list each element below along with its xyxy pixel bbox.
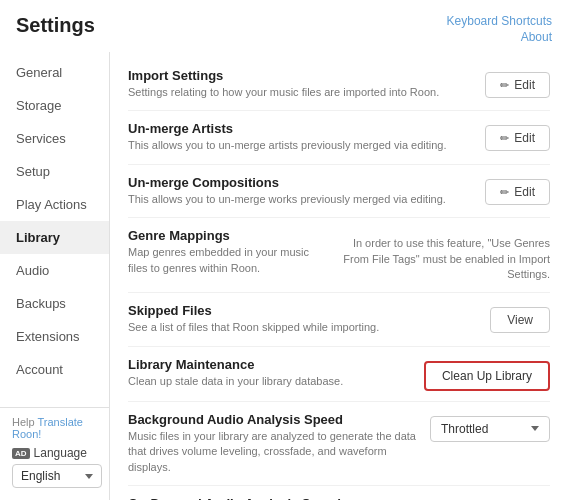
settings-title-unmerge-artists: Un-merge Artists xyxy=(128,121,450,136)
sidebar-item-storage[interactable]: Storage xyxy=(0,89,109,122)
help-text: Help xyxy=(12,416,35,428)
help-translate-row: Help Translate Roon! xyxy=(12,416,97,440)
pencil-icon xyxy=(500,131,509,145)
edit-button-unmerge-artists[interactable]: Edit xyxy=(485,125,550,151)
dropdown-value-background-audio-analysis: Throttled xyxy=(441,422,488,436)
settings-desc-import-settings: Settings relating to how your music file… xyxy=(128,85,450,100)
sidebar-item-backups[interactable]: Backups xyxy=(0,287,109,320)
language-value: English xyxy=(21,469,60,483)
settings-text-unmerge-artists: Un-merge ArtistsThis allows you to un-me… xyxy=(128,121,450,153)
pencil-icon xyxy=(500,185,509,199)
view-button-skipped-files[interactable]: View xyxy=(490,307,550,333)
edit-button-import-settings[interactable]: Edit xyxy=(485,72,550,98)
settings-title-background-audio-analysis: Background Audio Analysis Speed xyxy=(128,412,420,427)
settings-text-library-maintenance: Library MaintenanceClean up stale data i… xyxy=(128,357,414,389)
settings-desc-unmerge-artists: This allows you to un-merge artists prev… xyxy=(128,138,450,153)
language-chevron-icon xyxy=(85,474,93,479)
settings-action-import-settings: Edit xyxy=(460,68,550,98)
settings-row-ondemand-audio-analysis: On-Demand Audio Analysis SpeedWhen a mus… xyxy=(128,486,550,500)
sidebar-item-services[interactable]: Services xyxy=(0,122,109,155)
sidebar-item-library[interactable]: Library xyxy=(0,221,109,254)
title-bar: Settings Keyboard Shortcuts About xyxy=(0,0,568,52)
settings-row-unmerge-artists: Un-merge ArtistsThis allows you to un-me… xyxy=(128,111,550,164)
settings-desc-unmerge-compositions: This allows you to un-merge works previo… xyxy=(128,192,450,207)
content-area: Import SettingsSettings relating to how … xyxy=(110,52,568,500)
settings-action-library-maintenance: Clean Up Library xyxy=(424,357,550,391)
settings-text-genre-mappings: Genre MappingsMap genres embedded in you… xyxy=(128,228,330,276)
settings-row-skipped-files: Skipped FilesSee a list of files that Ro… xyxy=(128,293,550,346)
page-title: Settings xyxy=(16,14,95,37)
cleanup-button-library-maintenance[interactable]: Clean Up Library xyxy=(424,361,550,391)
language-label-row: AD Language xyxy=(12,446,97,460)
settings-title-ondemand-audio-analysis: On-Demand Audio Analysis Speed xyxy=(128,496,420,500)
genre-info-text: In order to use this feature, "Use Genre… xyxy=(340,232,550,282)
settings-action-ondemand-audio-analysis: Fast xyxy=(430,496,550,500)
settings-row-background-audio-analysis: Background Audio Analysis SpeedMusic fil… xyxy=(128,402,550,486)
settings-text-skipped-files: Skipped FilesSee a list of files that Ro… xyxy=(128,303,450,335)
settings-text-background-audio-analysis: Background Audio Analysis SpeedMusic fil… xyxy=(128,412,420,475)
pencil-icon xyxy=(500,78,509,92)
language-ad-icon: AD xyxy=(12,448,30,459)
sidebar-item-account[interactable]: Account xyxy=(0,353,109,386)
dropdown-background-audio-analysis[interactable]: Throttled xyxy=(430,416,550,442)
main-layout: GeneralStorageServicesSetupPlay ActionsL… xyxy=(0,52,568,500)
settings-action-unmerge-compositions: Edit xyxy=(460,175,550,205)
settings-text-import-settings: Import SettingsSettings relating to how … xyxy=(128,68,450,100)
language-select[interactable]: English xyxy=(12,464,102,488)
settings-action-genre-mappings: In order to use this feature, "Use Genre… xyxy=(340,228,550,282)
settings-row-library-maintenance: Library MaintenanceClean up stale data i… xyxy=(128,347,550,402)
settings-title-library-maintenance: Library Maintenance xyxy=(128,357,414,372)
settings-text-ondemand-audio-analysis: On-Demand Audio Analysis SpeedWhen a mus… xyxy=(128,496,420,500)
settings-action-background-audio-analysis: Throttled xyxy=(430,412,550,442)
sidebar-item-extensions[interactable]: Extensions xyxy=(0,320,109,353)
settings-title-genre-mappings: Genre Mappings xyxy=(128,228,330,243)
settings-desc-library-maintenance: Clean up stale data in your library data… xyxy=(128,374,414,389)
settings-desc-background-audio-analysis: Music files in your library are analyzed… xyxy=(128,429,420,475)
settings-text-unmerge-compositions: Un-merge CompositionsThis allows you to … xyxy=(128,175,450,207)
about-link[interactable]: About xyxy=(521,30,552,44)
settings-desc-genre-mappings: Map genres embedded in your music files … xyxy=(128,245,330,276)
settings-title-unmerge-compositions: Un-merge Compositions xyxy=(128,175,450,190)
language-label: Language xyxy=(34,446,87,460)
title-bar-links: Keyboard Shortcuts About xyxy=(447,14,552,44)
sidebar-item-setup[interactable]: Setup xyxy=(0,155,109,188)
settings-row-genre-mappings: Genre MappingsMap genres embedded in you… xyxy=(128,218,550,293)
sidebar-items-container: GeneralStorageServicesSetupPlay ActionsL… xyxy=(0,56,109,386)
app-container: Settings Keyboard Shortcuts About Genera… xyxy=(0,0,568,500)
edit-button-unmerge-compositions[interactable]: Edit xyxy=(485,179,550,205)
sidebar-item-general[interactable]: General xyxy=(0,56,109,89)
sidebar: GeneralStorageServicesSetupPlay ActionsL… xyxy=(0,52,110,500)
sidebar-bottom: Help Translate Roon! AD Language English xyxy=(0,407,109,500)
dropdown-chevron-icon xyxy=(531,426,539,431)
settings-desc-skipped-files: See a list of files that Roon skipped wh… xyxy=(128,320,450,335)
settings-row-unmerge-compositions: Un-merge CompositionsThis allows you to … xyxy=(128,165,550,218)
sidebar-item-audio[interactable]: Audio xyxy=(0,254,109,287)
settings-row-import-settings: Import SettingsSettings relating to how … xyxy=(128,58,550,111)
sidebar-item-play-actions[interactable]: Play Actions xyxy=(0,188,109,221)
keyboard-shortcuts-link[interactable]: Keyboard Shortcuts xyxy=(447,14,552,28)
settings-action-unmerge-artists: Edit xyxy=(460,121,550,151)
settings-action-skipped-files: View xyxy=(460,303,550,333)
settings-title-skipped-files: Skipped Files xyxy=(128,303,450,318)
settings-title-import-settings: Import Settings xyxy=(128,68,450,83)
